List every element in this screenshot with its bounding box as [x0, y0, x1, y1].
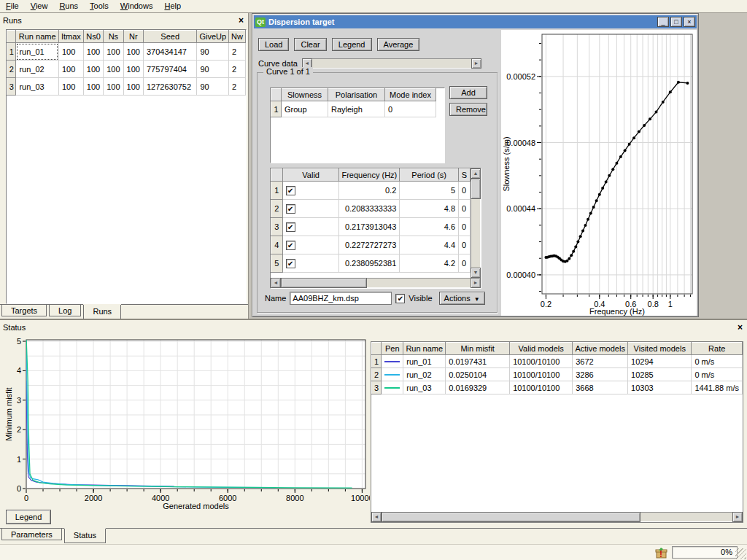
table-cell[interactable]: run_01: [16, 43, 59, 61]
row-header[interactable]: 4: [271, 236, 283, 254]
table-cell[interactable]: 100: [104, 61, 123, 78]
period-cell[interactable]: 4.6: [400, 218, 459, 236]
menu-item-runs[interactable]: Runs: [53, 1, 84, 12]
table-cell[interactable]: 100: [83, 43, 103, 61]
table-cell[interactable]: run_03: [16, 78, 59, 96]
row-header[interactable]: 2: [372, 368, 382, 381]
tab-status[interactable]: Status: [64, 529, 106, 543]
runs-table[interactable]: Run nameItmaxNs0NsNrSeedGiveUpNw 1run_01…: [7, 30, 246, 96]
table-cell[interactable]: Rayleigh: [328, 101, 385, 117]
close-icon[interactable]: ×: [684, 17, 695, 27]
status-table[interactable]: PenRun nameMin misfitValid modelsActive …: [371, 342, 743, 394]
dispersion-plot[interactable]: 0.000400.000440.000480.000520.20.40.60.8…: [501, 30, 697, 316]
min-misfit-cell[interactable]: 0.0250104: [446, 368, 510, 381]
frequency-table[interactable]: ValidFrequency (Hz)Period (s)S 1✔0.2502✔…: [271, 168, 471, 273]
run-name-cell[interactable]: run_03: [403, 381, 446, 394]
table-cell[interactable]: 100: [83, 78, 103, 96]
resize-grip-icon[interactable]: [735, 548, 746, 559]
table-cell[interactable]: 775797404: [143, 61, 196, 78]
active-models-cell[interactable]: 3672: [573, 355, 628, 368]
tab-log[interactable]: Log: [49, 305, 81, 316]
minimize-icon[interactable]: _: [657, 17, 669, 27]
scrollbar-thumb[interactable]: [471, 179, 481, 199]
close-icon[interactable]: ×: [738, 323, 743, 332]
legend-button[interactable]: Legend: [6, 510, 51, 524]
active-models-cell[interactable]: 3286: [573, 368, 628, 381]
frequency-cell[interactable]: 0.2272727273: [339, 236, 400, 254]
column-header[interactable]: Rate: [692, 343, 743, 355]
close-icon[interactable]: ×: [239, 16, 244, 25]
valid-models-cell[interactable]: 10100/10100: [510, 368, 573, 381]
row-header[interactable]: 1: [271, 101, 282, 117]
slowness-cell[interactable]: 0: [459, 218, 471, 236]
table-row[interactable]: 1run_010.019743110100/101003672102940 m/…: [372, 355, 743, 368]
table-row[interactable]: 3run_030.016932910100/101003668103031441…: [372, 381, 743, 394]
frequency-cell[interactable]: 0.2083333333: [339, 200, 400, 218]
frequency-cell[interactable]: 0.2173913043: [339, 218, 400, 236]
table-cell[interactable]: 100: [123, 43, 143, 61]
column-header[interactable]: Valid: [282, 169, 339, 182]
table-cell[interactable]: run_02: [16, 61, 59, 78]
column-header[interactable]: Visited models: [628, 343, 692, 355]
column-header[interactable]: Ns0: [83, 31, 103, 43]
table-cell[interactable]: 2: [229, 43, 246, 61]
period-cell[interactable]: 4.8: [400, 200, 459, 218]
table-row[interactable]: 5✔0.23809523814.20: [271, 254, 471, 273]
row-header[interactable]: 3: [372, 381, 382, 394]
visited-models-cell[interactable]: 10294: [628, 355, 692, 368]
frequency-cell[interactable]: 0.2: [339, 182, 400, 200]
slowness-cell[interactable]: 0: [459, 254, 471, 273]
column-header[interactable]: Active models: [573, 343, 628, 355]
scroll-right-icon[interactable]: ►: [471, 58, 481, 69]
table-row[interactable]: 1GroupRayleigh0: [271, 101, 436, 117]
table-cell[interactable]: 100: [58, 43, 83, 61]
table-cell[interactable]: 100: [123, 78, 143, 96]
table-row[interactable]: 1run_01100100100100370434147902: [7, 43, 246, 61]
column-header[interactable]: Nw: [229, 31, 246, 43]
row-header[interactable]: 1: [271, 182, 283, 200]
column-header[interactable]: Nr: [123, 31, 143, 43]
period-cell[interactable]: 4.4: [400, 236, 459, 254]
rate-cell[interactable]: 0 m/s: [692, 355, 743, 368]
rate-cell[interactable]: 0 m/s: [692, 368, 743, 381]
frequency-cell[interactable]: 0.2380952381: [339, 254, 400, 273]
active-models-cell[interactable]: 3668: [573, 381, 628, 394]
horizontal-scrollbar[interactable]: ◄ ►: [271, 278, 481, 288]
column-header[interactable]: Pen: [382, 343, 403, 355]
period-cell[interactable]: 4.2: [400, 254, 459, 273]
menu-item-windows[interactable]: Windows: [115, 1, 159, 12]
table-cell[interactable]: 90: [197, 78, 229, 96]
scroll-left-icon[interactable]: ◄: [371, 512, 382, 522]
scroll-right-icon[interactable]: ►: [471, 278, 481, 288]
scrollbar-groove[interactable]: [471, 199, 481, 268]
package-warning-icon[interactable]: !: [654, 546, 669, 559]
table-row[interactable]: 2✔0.20833333334.80: [271, 200, 471, 218]
row-header[interactable]: 5: [271, 254, 283, 273]
clear-button[interactable]: Clear: [294, 38, 326, 51]
run-name-cell[interactable]: run_01: [403, 355, 446, 368]
column-header[interactable]: Itmax: [58, 31, 83, 43]
menu-item-file[interactable]: File: [0, 1, 25, 12]
valid-models-cell[interactable]: 10100/10100: [510, 381, 573, 394]
column-header[interactable]: Run name: [16, 31, 59, 43]
table-cell[interactable]: 100: [104, 43, 123, 61]
checkbox-checked-icon[interactable]: ✔: [286, 222, 295, 232]
menu-item-view[interactable]: View: [25, 1, 54, 12]
visited-models-cell[interactable]: 10285: [628, 368, 692, 381]
table-row[interactable]: 1✔0.250: [271, 182, 471, 200]
average-button[interactable]: Average: [377, 38, 420, 51]
table-cell[interactable]: 90: [197, 61, 229, 78]
table-cell[interactable]: 370434147: [143, 43, 196, 61]
table-row[interactable]: 4✔0.22727272734.40: [271, 236, 471, 254]
rate-cell[interactable]: 1441.88 m/s: [692, 381, 743, 394]
column-header[interactable]: GiveUp: [197, 31, 229, 43]
maximize-icon[interactable]: □: [670, 17, 682, 27]
table-cell[interactable]: 90: [197, 43, 229, 61]
column-header[interactable]: Mode index: [385, 89, 436, 101]
table-row[interactable]: 2run_02100100100100775797404902: [7, 61, 246, 78]
load-button[interactable]: Load: [258, 38, 289, 51]
table-cell[interactable]: 100: [58, 61, 83, 78]
column-header[interactable]: S: [459, 169, 471, 182]
scrollbar-thumb[interactable]: [281, 278, 367, 288]
min-misfit-cell[interactable]: 0.0197431: [446, 355, 510, 368]
